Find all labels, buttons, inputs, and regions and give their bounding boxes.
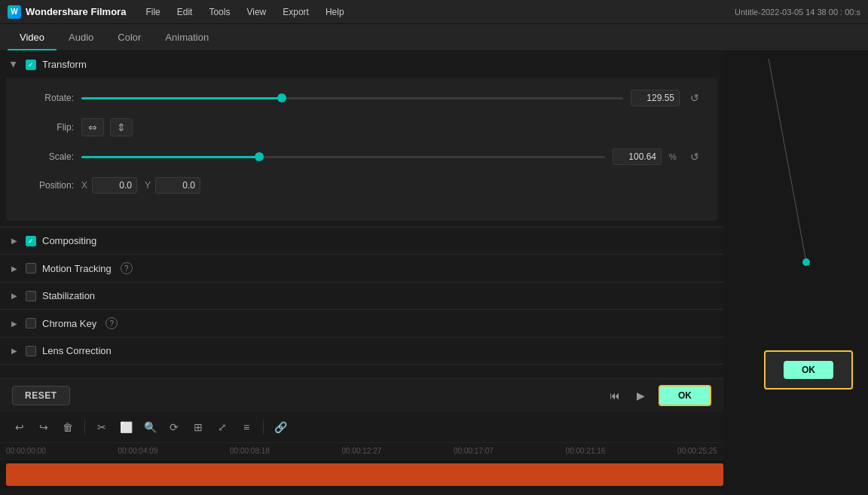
scale-reset-button[interactable]: ↺: [687, 149, 702, 164]
ruler-mark-4: 00:00:17:07: [454, 447, 494, 455]
rotate-slider-thumb[interactable]: [277, 93, 286, 102]
scale-row: Scale: % ↺: [21, 148, 702, 165]
rotate-reset-button[interactable]: ↺: [687, 90, 702, 105]
menu-view[interactable]: View: [239, 4, 274, 20]
redo-button[interactable]: ↪: [33, 417, 54, 438]
menu-bar: File Edit Tools View Export Help: [138, 4, 351, 20]
flip-vertical-button[interactable]: ⇕: [110, 118, 133, 136]
menu-help[interactable]: Help: [318, 4, 352, 20]
scale-input[interactable]: [613, 148, 662, 165]
app-name: Wondershare Filmora: [26, 6, 126, 17]
section-chroma-key: ▶ Chroma Key ?: [0, 310, 723, 338]
timeline-track[interactable]: [0, 460, 723, 490]
tab-audio[interactable]: Audio: [57, 26, 105, 50]
tab-video[interactable]: Video: [8, 26, 57, 50]
flip-label: Flip:: [21, 122, 74, 133]
section-stabilization-header[interactable]: ▶ Stabilization: [0, 283, 723, 309]
motion-tracking-help-icon[interactable]: ?: [121, 262, 133, 274]
ok-dialog-button[interactable]: OK: [784, 361, 833, 379]
preview-svg: [723, 51, 868, 495]
scale-slider[interactable]: [81, 156, 605, 158]
tab-color[interactable]: Color: [105, 26, 153, 50]
timeline-ruler: 00:00:00:00 00:00:04:09 00:00:08:18 00:0…: [0, 443, 723, 460]
transform-content: Rotate: ↺ Flip: ⇔: [6, 78, 717, 221]
editor-panel: ▶ Transform Rotate:: [0, 51, 723, 495]
logo-icon: W: [8, 5, 21, 19]
timeline-section: ↩ ↪ 🗑 ✂ ⬜ 🔍 ⟳ ⊞ ⤢ ≡ 🔗 00:00:00:00: [0, 412, 723, 495]
chevron-lens-correction-icon: ▶: [9, 346, 20, 356]
ruler-mark-0: 00:00:00:00: [6, 447, 46, 455]
position-label: Position:: [21, 180, 74, 191]
toolbar-separator-2: [263, 420, 264, 435]
fullscreen-button[interactable]: ⤢: [212, 417, 233, 438]
motion-path-line: [769, 59, 806, 262]
section-stabilization: ▶ Stabilization: [0, 283, 723, 310]
section-transform: ▶ Transform Rotate:: [0, 51, 723, 228]
split-button[interactable]: ⊞: [188, 417, 209, 438]
chroma-key-title: Chroma Key: [42, 318, 96, 329]
chevron-transform-icon: ▶: [9, 60, 20, 70]
rotate-row: Rotate: ↺: [21, 90, 702, 106]
delete-button[interactable]: 🗑: [57, 417, 78, 438]
stabilization-title: Stabilization: [42, 290, 95, 301]
menu-export[interactable]: Export: [275, 4, 316, 20]
prev-frame-button[interactable]: ⏮: [604, 385, 625, 406]
position-x-input[interactable]: [92, 177, 137, 194]
motion-point-dot: [802, 258, 810, 266]
scale-slider-fill: [81, 156, 259, 158]
motion-tracking-title: Motion Tracking: [42, 263, 112, 274]
section-compositing: ▶ Compositing: [0, 228, 723, 255]
transform-title: Transform: [42, 59, 87, 70]
cut-button[interactable]: ✂: [91, 417, 112, 438]
section-lens-correction: ▶ Lens Correction: [0, 338, 723, 365]
chroma-key-checkbox[interactable]: [26, 318, 36, 328]
ruler-mark-2: 00:00:08:18: [230, 447, 270, 455]
preview-panel: OK: [723, 51, 868, 495]
menu-edit[interactable]: Edit: [170, 4, 200, 20]
menu-file[interactable]: File: [138, 4, 167, 20]
reset-all-button[interactable]: RESET: [12, 386, 70, 405]
crop-button[interactable]: ⬜: [115, 417, 136, 438]
undo-button[interactable]: ↩: [9, 417, 30, 438]
transform-checkbox[interactable]: [26, 60, 36, 70]
compositing-checkbox[interactable]: [26, 236, 36, 246]
section-chroma-key-header[interactable]: ▶ Chroma Key ?: [0, 310, 723, 337]
chevron-stabilization-icon: ▶: [9, 291, 20, 301]
lens-correction-checkbox[interactable]: [26, 346, 36, 356]
play-button[interactable]: ▶: [630, 385, 651, 406]
scale-unit: %: [669, 152, 680, 161]
position-row: Position: X Y: [21, 177, 702, 194]
stabilization-checkbox[interactable]: [26, 291, 36, 301]
chevron-chroma-key-icon: ▶: [9, 318, 20, 328]
position-y-input[interactable]: [155, 177, 200, 194]
settings-button[interactable]: ≡: [236, 417, 257, 438]
rotate-slider-fill: [81, 97, 282, 99]
menu-tools[interactable]: Tools: [201, 4, 237, 20]
app-window: W Wondershare Filmora File Edit Tools Vi…: [0, 0, 868, 495]
rotate-slider[interactable]: [81, 97, 623, 99]
rotate-input[interactable]: [631, 90, 680, 106]
ruler-mark-6: 00:00:25:25: [677, 447, 717, 455]
chroma-key-help-icon[interactable]: ?: [105, 317, 118, 329]
flip-horizontal-button[interactable]: ⇔: [81, 118, 104, 136]
track-clip[interactable]: [6, 463, 723, 486]
section-compositing-header[interactable]: ▶ Compositing: [0, 228, 723, 254]
scale-slider-thumb[interactable]: [255, 152, 264, 161]
rotate-label: Rotate:: [21, 93, 74, 103]
window-title: Untitle-2022-03-05 14 38 00 : 00:s: [735, 8, 860, 17]
link-button[interactable]: 🔗: [270, 417, 291, 438]
section-motion-tracking-header[interactable]: ▶ Motion Tracking ?: [0, 255, 723, 282]
compositing-title: Compositing: [42, 235, 96, 246]
motion-tracking-checkbox[interactable]: [26, 263, 36, 273]
ok-button[interactable]: OK: [659, 385, 711, 406]
content-area: ▶ Transform Rotate:: [0, 51, 868, 495]
tab-bar: Video Audio Color Animation: [0, 24, 868, 51]
x-label: X: [81, 180, 87, 191]
scale-label: Scale:: [21, 151, 74, 162]
flip-row: Flip: ⇔ ⇕: [21, 118, 702, 136]
transform-tool-button[interactable]: ⟳: [164, 417, 185, 438]
section-transform-header[interactable]: ▶ Transform: [0, 51, 723, 78]
section-lens-correction-header[interactable]: ▶ Lens Correction: [0, 338, 723, 364]
search-button[interactable]: 🔍: [139, 417, 160, 438]
tab-animation[interactable]: Animation: [153, 26, 221, 50]
